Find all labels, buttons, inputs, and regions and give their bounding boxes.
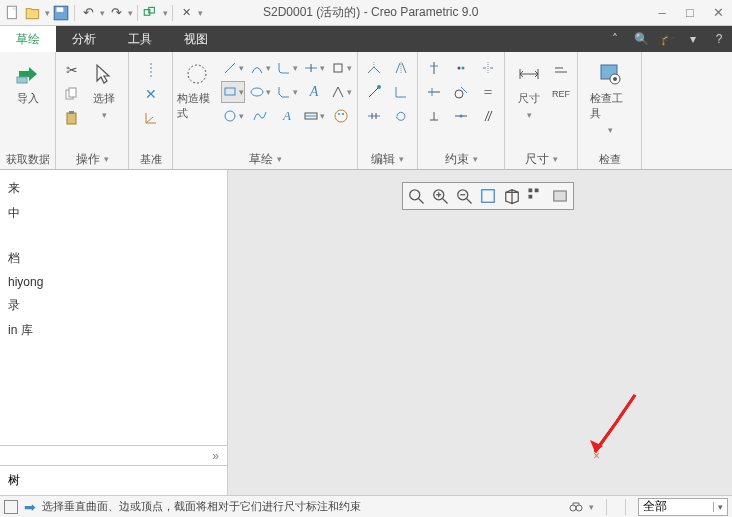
horizontal-constraint-icon[interactable]	[422, 81, 446, 103]
point-icon[interactable]: ✕	[139, 83, 163, 105]
text-tool-icon[interactable]: A	[302, 81, 326, 103]
tree-expander[interactable]: »	[0, 445, 227, 465]
offset-edge-icon[interactable]: ▾	[329, 57, 353, 79]
tree-item[interactable]: 录	[0, 293, 227, 318]
vertical-constraint-icon[interactable]	[422, 57, 446, 79]
spline-tool-icon[interactable]	[248, 105, 272, 127]
group-datum-label: 基准	[133, 149, 168, 169]
midpoint-constraint-icon[interactable]	[449, 105, 473, 127]
redo-icon[interactable]: ↷	[107, 4, 125, 22]
tab-sketch[interactable]: 草绘	[0, 26, 56, 52]
saved-views-icon[interactable]	[550, 186, 570, 206]
dimension-dropdown-icon[interactable]: ▾	[527, 110, 532, 120]
copy-icon[interactable]	[60, 83, 84, 105]
paste-icon[interactable]	[60, 107, 84, 129]
rotate-resize-icon[interactable]	[389, 105, 413, 127]
tree-item[interactable]: 中	[0, 201, 227, 226]
save-icon[interactable]	[52, 4, 70, 22]
display-style-icon[interactable]	[502, 186, 522, 206]
coincident-constraint-icon[interactable]	[449, 57, 473, 79]
construction-mode-button[interactable]: 构造模式	[177, 55, 217, 127]
arc-tool-icon[interactable]: ▾	[248, 57, 272, 79]
selection-filter-combo[interactable]: 全部 ▾	[638, 498, 728, 516]
parallel-constraint-icon[interactable]	[476, 105, 500, 127]
svg-rect-57	[535, 189, 539, 193]
cut-icon[interactable]: ✂	[60, 59, 84, 81]
tab-analysis[interactable]: 分析	[56, 26, 112, 52]
collapse-ribbon-icon[interactable]: ˄	[602, 26, 628, 52]
ellipse-tool-icon[interactable]: ▾	[248, 81, 272, 103]
inspect-dropdown-icon[interactable]: ▾	[608, 125, 613, 135]
minimize-button[interactable]: –	[652, 5, 672, 21]
close-window-icon[interactable]: ✕	[177, 4, 195, 22]
tree-item[interactable]: in 库	[0, 318, 227, 343]
tab-view[interactable]: 视图	[168, 26, 224, 52]
tree-footer-label: 树	[0, 465, 227, 495]
rectangle-tool-icon[interactable]: ▾	[221, 81, 245, 103]
open-dropdown-icon[interactable]: ▾	[45, 8, 50, 18]
find-dropdown-icon[interactable]: ▾	[589, 502, 594, 512]
svg-rect-8	[67, 113, 76, 124]
undo-dropdown-icon[interactable]: ▾	[100, 8, 105, 18]
search-commands-icon[interactable]: 🔍	[628, 26, 654, 52]
coord-sys-icon[interactable]	[139, 107, 163, 129]
regen-dropdown-icon[interactable]: ▾	[163, 8, 168, 18]
mirror-icon[interactable]	[389, 57, 413, 79]
baseline-dim-icon[interactable]	[549, 59, 573, 81]
zoom-out-icon[interactable]	[454, 186, 474, 206]
status-checkbox[interactable]	[4, 500, 18, 514]
select-dropdown-icon[interactable]: ▾	[102, 110, 107, 120]
centerline-icon[interactable]	[139, 59, 163, 81]
tab-tools[interactable]: 工具	[112, 26, 168, 52]
trim-icon[interactable]	[362, 57, 386, 79]
refit-icon[interactable]	[406, 186, 426, 206]
circle-tool-icon[interactable]: ▾	[221, 105, 245, 127]
divide-icon[interactable]	[362, 105, 386, 127]
project-icon[interactable]: ▾	[302, 105, 326, 127]
perpendicular-constraint-icon[interactable]	[422, 105, 446, 127]
extend-icon[interactable]	[362, 81, 386, 103]
tree-item[interactable]: 档	[0, 246, 227, 271]
learning-icon[interactable]: 🎓	[654, 26, 680, 52]
repaint-icon[interactable]	[478, 186, 498, 206]
selection-filter-value: 全部	[643, 498, 667, 515]
import-button[interactable]: 导入	[8, 55, 48, 106]
svg-rect-2	[57, 7, 64, 12]
tangent-constraint-icon[interactable]	[449, 81, 473, 103]
inspect-button[interactable]: 检查工具 ▾	[590, 55, 630, 135]
maximize-button[interactable]: □	[680, 5, 700, 21]
close-button[interactable]: ✕	[708, 5, 728, 21]
zoom-in-icon[interactable]	[430, 186, 450, 206]
undo-icon[interactable]: ↶	[79, 4, 97, 22]
find-icon[interactable]	[568, 499, 584, 515]
redo-dropdown-icon[interactable]: ▾	[128, 8, 133, 18]
graphics-viewport[interactable]: ×	[228, 170, 732, 495]
select-button[interactable]: 选择 ▾	[84, 55, 124, 129]
text-tool2-icon[interactable]: A	[275, 105, 299, 127]
symmetric-constraint-icon[interactable]	[476, 57, 500, 79]
equal-constraint-icon[interactable]: ＝	[476, 81, 500, 103]
svg-point-21	[377, 85, 381, 89]
corner-icon[interactable]	[389, 81, 413, 103]
open-file-icon[interactable]	[24, 4, 42, 22]
group-operations: ✂ 选择 ▾ 操作▾	[56, 52, 129, 169]
thicken-edge-icon[interactable]: ▾	[329, 81, 353, 103]
spline-curve-icon[interactable]: ▾	[302, 57, 326, 79]
regenerate-icon[interactable]	[142, 4, 160, 22]
ref-dim-icon[interactable]: REF	[549, 83, 573, 105]
new-file-icon[interactable]	[4, 4, 22, 22]
tree-item[interactable]: 来	[0, 176, 227, 201]
group-datum: ✕ 基准	[129, 52, 173, 169]
line-tool-icon[interactable]: ▾	[221, 57, 245, 79]
palette-icon[interactable]	[329, 105, 353, 127]
ribbon-options-dropdown[interactable]: ▾	[680, 26, 706, 52]
close-dropdown-icon[interactable]: ▾	[198, 8, 203, 18]
tree-item[interactable]: hiyong	[0, 271, 227, 293]
fillet-tool-icon[interactable]: ▾	[275, 57, 299, 79]
dimension-button[interactable]: 尺寸 ▾	[509, 55, 549, 120]
chamfer-tool-icon[interactable]: ▾	[275, 81, 299, 103]
help-icon[interactable]: ?	[706, 26, 732, 52]
group-constraint: ＝ 约束▾	[418, 52, 505, 169]
svg-line-49	[443, 199, 448, 204]
sketcher-display-icon[interactable]	[526, 186, 546, 206]
